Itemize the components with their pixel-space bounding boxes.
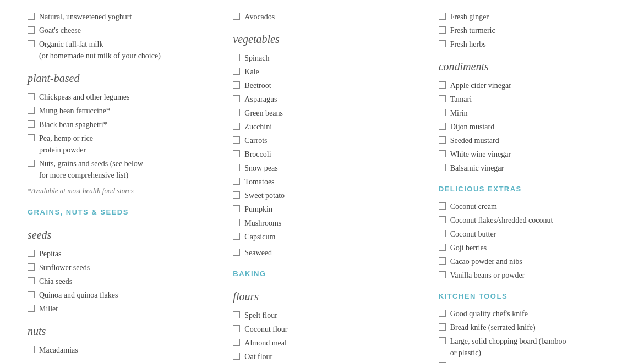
checkbox-icon[interactable] (28, 134, 35, 141)
list-item[interactable]: Dijon mustard (439, 121, 616, 133)
list-item[interactable]: Fresh turmeric (439, 25, 616, 36)
list-item[interactable]: Carrots (233, 135, 411, 146)
list-item[interactable]: Beetroot (233, 80, 411, 91)
checkbox-icon[interactable] (439, 230, 446, 237)
list-item[interactable]: Bread knife (serrated knife) (439, 322, 616, 333)
list-item[interactable]: Quinoa and quinoa flakes (28, 289, 205, 301)
checkbox-icon[interactable] (439, 323, 446, 331)
list-item[interactable]: Coconut flakes/shredded coconut (439, 215, 616, 226)
checkbox-icon[interactable] (233, 136, 240, 144)
checkbox-icon[interactable] (233, 249, 240, 256)
checkbox-icon[interactable] (439, 40, 446, 47)
list-item[interactable]: Vanilla beans or powder (439, 270, 616, 281)
list-item[interactable]: Chia seeds (28, 276, 205, 287)
list-item[interactable]: Millet (28, 303, 205, 315)
list-item[interactable]: Coconut flour (233, 323, 411, 335)
checkbox-icon[interactable] (439, 81, 446, 89)
list-item[interactable]: Tamari (439, 94, 616, 105)
checkbox-icon[interactable] (439, 310, 446, 317)
checkbox-icon[interactable] (233, 123, 240, 130)
list-item[interactable]: Spinach (233, 52, 411, 64)
checkbox-icon[interactable] (28, 277, 35, 284)
checkbox-icon[interactable] (233, 178, 240, 185)
checkbox-icon[interactable] (28, 40, 35, 47)
list-item[interactable]: Nuts, grains and seeds (see below for mo… (28, 158, 205, 181)
checkbox-icon[interactable] (439, 271, 446, 278)
checkbox-icon[interactable] (439, 136, 446, 144)
list-item[interactable]: Tomatoes (233, 176, 411, 188)
checkbox-icon[interactable] (28, 13, 35, 20)
checkbox-icon[interactable] (233, 54, 240, 61)
checkbox-icon[interactable] (439, 337, 446, 344)
checkbox-icon[interactable] (439, 244, 446, 251)
list-item[interactable]: Storage jars (439, 361, 616, 363)
checkbox-icon[interactable] (233, 109, 240, 116)
list-item[interactable]: Spelt flour (233, 310, 411, 321)
checkbox-icon[interactable] (439, 123, 446, 130)
checkbox-icon[interactable] (233, 205, 240, 212)
list-item[interactable]: Kale (233, 66, 411, 78)
checkbox-icon[interactable] (439, 26, 446, 34)
checkbox-icon[interactable] (233, 13, 240, 20)
list-item[interactable]: Mushrooms (233, 217, 411, 229)
checkbox-icon[interactable] (233, 325, 240, 332)
list-item[interactable]: Macadamias (28, 344, 205, 356)
checkbox-icon[interactable] (439, 257, 446, 265)
checkbox-icon[interactable] (28, 120, 35, 128)
checkbox-icon[interactable] (439, 164, 446, 171)
list-item[interactable]: Sweet potato (233, 190, 411, 201)
checkbox-icon[interactable] (439, 216, 446, 223)
checkbox-icon[interactable] (439, 150, 446, 157)
list-item[interactable]: Fresh ginger (439, 11, 616, 23)
checkbox-icon[interactable] (28, 291, 35, 298)
checkbox-icon[interactable] (28, 26, 35, 34)
list-item[interactable]: Coconut cream (439, 201, 616, 212)
list-item[interactable]: Zucchini (233, 121, 411, 133)
checkbox-icon[interactable] (233, 68, 240, 75)
list-item[interactable]: Fresh herbs (439, 38, 616, 50)
checkbox-icon[interactable] (233, 339, 240, 346)
checkbox-icon[interactable] (439, 95, 446, 102)
checkbox-icon[interactable] (28, 263, 35, 271)
checkbox-icon[interactable] (233, 164, 240, 171)
checkbox-icon[interactable] (233, 219, 240, 226)
checkbox-icon[interactable] (233, 311, 240, 318)
list-item[interactable]: Mirin (439, 107, 616, 119)
checkbox-icon[interactable] (28, 160, 35, 167)
list-item[interactable]: Pumpkin (233, 204, 411, 215)
list-item[interactable]: Seeded mustard (439, 135, 616, 146)
list-item[interactable]: Goji berries (439, 242, 616, 254)
checkbox-icon[interactable] (439, 202, 446, 210)
list-item[interactable]: Snow peas (233, 162, 411, 174)
list-item[interactable]: Pea, hemp or rice protein powder (28, 133, 205, 156)
list-item[interactable]: Capsicum (233, 231, 411, 243)
list-item[interactable]: Avocados (233, 11, 411, 23)
list-item[interactable]: Goat's cheese (28, 25, 205, 36)
list-item[interactable]: White wine vinegar (439, 148, 616, 160)
list-item[interactable]: Seaweed (233, 247, 411, 258)
list-item[interactable]: Black bean spaghetti* (28, 119, 205, 130)
list-item[interactable]: Oat flour (233, 351, 411, 362)
list-item[interactable]: Mung bean fettuccine* (28, 105, 205, 117)
checkbox-icon[interactable] (233, 191, 240, 199)
checkbox-icon[interactable] (28, 107, 35, 114)
list-item[interactable]: Coconut butter (439, 228, 616, 240)
list-item[interactable]: Apple cider vinegar (439, 80, 616, 91)
list-item[interactable]: Sunflower seeds (28, 262, 205, 273)
list-item[interactable]: Natural, unsweetened yoghurt (28, 11, 205, 23)
list-item[interactable]: Broccoli (233, 148, 411, 160)
checkbox-icon[interactable] (28, 305, 35, 312)
checkbox-icon[interactable] (233, 233, 240, 240)
checkbox-icon[interactable] (233, 81, 240, 89)
checkbox-icon[interactable] (439, 109, 446, 116)
list-item[interactable]: Almond meal (233, 337, 411, 349)
list-item[interactable]: Organic full-fat milk (or homemade nut m… (28, 38, 205, 62)
checkbox-icon[interactable] (233, 150, 240, 157)
list-item[interactable]: Green beans (233, 107, 411, 119)
checkbox-icon[interactable] (28, 250, 35, 257)
list-item[interactable]: Pepitas (28, 248, 205, 260)
list-item[interactable]: Cacao powder and nibs (439, 256, 616, 267)
checkbox-icon[interactable] (233, 353, 240, 360)
list-item[interactable]: Asparagus (233, 94, 411, 105)
list-item[interactable]: Good quality chef's knife (439, 308, 616, 320)
